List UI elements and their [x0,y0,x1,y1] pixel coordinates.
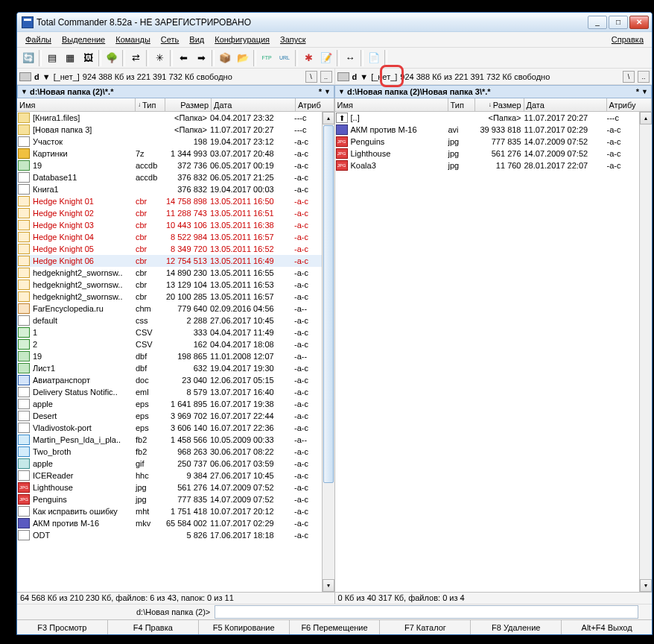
right-fav-icon[interactable]: * [636,87,639,96]
file-row[interactable]: АКМ против М-16mkv65 584 00211.07.2017 0… [17,517,322,529]
tool-search-icon[interactable]: ✱ [300,50,317,66]
file-row[interactable]: Vladivostok-porteps3 606 14016.07.2017 2… [17,422,322,434]
menu-config[interactable]: Конфигурация [209,34,275,45]
hdr-size[interactable]: Размер [165,98,212,111]
file-row[interactable]: 1CSV33304.04.2017 11:49-a-c [17,326,322,338]
file-row[interactable]: Delivery Status Notific..eml8 57913.07.2… [17,386,322,398]
tool-back-icon[interactable]: ⬅ [175,50,191,66]
menu-select[interactable]: Выделение [57,34,110,45]
file-row[interactable]: JPGLighthousejpg561 27614.07.2009 07:52-… [17,482,322,493]
tool-multi-rename-icon[interactable]: 📝 [318,50,334,66]
file-row[interactable]: JPGPenguinsjpg777 83514.07.2009 07:52-a-… [335,136,640,148]
tool-ftp-icon[interactable]: FTP [258,50,275,66]
hdr-name[interactable]: Имя [335,98,448,111]
fnkey-f3[interactable]: F3 Просмотр [17,620,108,634]
tool-invert-icon[interactable]: ✳ [151,50,168,66]
menu-help[interactable]: Справка [606,34,649,45]
file-row[interactable]: Картинки7z1 344 99303.07.2017 20:48-a-c [17,148,322,160]
left-scrollbar[interactable]: ▴ ▾ [322,112,334,592]
file-row[interactable]: Книга1376 83219.04.2017 00:03-a-c [17,183,322,195]
tool-forward-icon[interactable]: ➡ [193,50,209,66]
file-row[interactable]: hedgeknight2_swornsw..cbr14 890 23013.05… [17,267,322,279]
file-row[interactable]: defaultcss2 28827.06.2017 10:45-a-c [17,315,322,326]
right-path[interactable]: ▼ d:\Новая папка (2)\Новая папка 3\*.* *… [334,85,652,98]
file-row[interactable]: Hedge Knight 04cbr8 522 98413.05.2011 16… [17,231,322,243]
file-row[interactable]: Hedge Knight 05cbr8 349 72013.05.2011 16… [17,243,322,255]
right-drive-letter[interactable]: d [352,72,358,81]
left-fav-icon[interactable]: * [319,87,322,96]
menu-start[interactable]: Запуск [275,34,311,45]
file-row[interactable]: [Новая папка 3]<Папка>11.07.2017 20:27--… [17,124,322,136]
tool-view-thumbs-icon[interactable]: 🖼 [80,50,96,66]
drive-icon[interactable] [337,72,349,81]
file-row[interactable]: [Книга1.files]<Папка>04.04.2017 23:32---… [17,112,322,124]
right-file-list[interactable]: ⬆[..]<Папка>11.07.2017 20:27---cАКМ прот… [335,112,640,171]
fnkey-f4[interactable]: F4 Правка [108,620,199,634]
left-file-list[interactable]: [Книга1.files]<Папка>04.04.2017 23:32---… [17,112,322,541]
menu-net[interactable]: Сеть [156,34,184,45]
cmd-input[interactable] [215,605,638,619]
left-drive-letter[interactable]: d [34,72,39,81]
scroll-down-icon[interactable]: ▾ [323,579,334,592]
left-up-button[interactable]: .. [320,71,332,83]
tool-notepad-icon[interactable]: 📄 [366,50,382,66]
tool-url-icon[interactable]: URL [276,50,293,66]
file-row[interactable]: Hedge Knight 01cbr14 758 89813.05.2011 1… [17,195,322,207]
menu-files[interactable]: Файлы [20,34,57,45]
right-scrollbar[interactable]: ▴ ▾ [639,112,652,592]
tool-unpack-icon[interactable]: 📂 [235,50,251,66]
hdr-type[interactable]: ↓Тип [136,98,165,111]
right-drive-drop-icon[interactable]: ▼ [360,72,368,81]
file-row[interactable]: Martin_Pesn_lda_i_pla..fb21 458 56610.05… [17,434,322,446]
file-row[interactable]: hedgeknight2_swornsw..cbr13 129 10413.05… [17,279,322,291]
fnkey-altf4[interactable]: Alt+F4 Выход [562,620,652,634]
scroll-thumb[interactable] [323,125,334,483]
file-row[interactable]: Database11accdb376 83206.05.2017 21:25-a… [17,171,322,183]
minimize-button[interactable]: _ [588,16,607,29]
file-row[interactable]: 19dbf198 86511.01.2008 12:07-a-- [17,350,322,362]
file-row[interactable]: JPGLighthousejpg561 27614.07.2009 07:52-… [335,148,640,160]
tool-swap-icon[interactable]: ⇄ [127,50,144,66]
scroll-up-icon[interactable]: ▴ [323,112,334,124]
tool-view-brief-icon[interactable]: ▤ [44,50,60,66]
left-root-button[interactable]: \ [305,71,317,83]
fnkey-f6[interactable]: F6 Перемещение [290,620,381,634]
file-row[interactable]: Two_brothfb2968 26330.06.2017 08:22-a-c [17,446,322,458]
hdr-name[interactable]: Имя [17,98,136,111]
file-row[interactable]: FarEncyclopedia.ruchm779 64002.09.2016 0… [17,303,322,315]
file-row[interactable]: applegif250 73706.06.2017 03:59-a-c [17,458,322,470]
fnkey-f5[interactable]: F5 Копирование [199,620,290,634]
scroll-up-icon[interactable]: ▴ [640,112,652,124]
file-row[interactable]: АКМ против М-16avi39 933 81811.07.2017 0… [335,124,640,136]
file-row[interactable]: Hedge Knight 03cbr10 443 10613.05.2011 1… [17,219,322,231]
tool-view-full-icon[interactable]: ▦ [62,50,78,66]
scroll-down-icon[interactable]: ▾ [640,579,652,592]
tool-pack-icon[interactable]: 📦 [217,50,233,66]
hdr-date[interactable]: Дата [212,98,296,111]
left-path[interactable]: ▼ d:\Новая папка (2)\*.* * ▼ [17,85,334,98]
right-root-button[interactable]: \ [623,71,635,83]
tool-tree-icon[interactable]: 🌳 [104,50,120,66]
file-row[interactable]: Deserteps3 969 70216.07.2017 22:44-a-c [17,410,322,422]
hdr-date[interactable]: Дата [524,98,607,111]
file-row[interactable]: Участок19819.04.2017 23:12-a-c [17,136,322,148]
file-row[interactable]: Авиатранспортdoc23 04012.06.2017 05:15-a… [17,374,322,386]
hdr-size[interactable]: ↓Размер [475,98,524,111]
tool-refresh-icon[interactable]: 🔄 [20,50,36,66]
maximize-button[interactable]: □ [609,16,628,29]
file-row[interactable]: JPGPenguinsjpg777 83514.07.2009 07:52-a-… [17,493,322,505]
drive-icon[interactable] [19,72,31,81]
left-drive-drop-icon[interactable]: ▼ [42,72,51,81]
menu-commands[interactable]: Команды [110,34,156,45]
file-row[interactable]: ⬆[..]<Папка>11.07.2017 20:27---c [335,112,640,124]
hdr-type[interactable]: Тип [448,98,475,111]
left-hist-icon[interactable]: ▼ [324,88,331,95]
file-row[interactable]: ICEReaderhhc9 38427.06.2017 10:45-a-c [17,470,322,482]
hdr-attr[interactable]: Атриб [296,98,334,111]
file-row[interactable]: Hedge Knight 02cbr11 288 74313.05.2011 1… [17,207,322,219]
right-hist-icon[interactable]: ▼ [641,88,648,95]
file-row[interactable]: 19accdb372 73606.05.2017 00:19-a-c [17,160,322,171]
file-row[interactable]: Hedge Knight 06cbr12 754 51313.05.2011 1… [17,255,322,267]
menu-view[interactable]: Вид [184,34,209,45]
file-row[interactable]: ODT5 82617.06.2017 18:18-a-c [17,529,322,541]
